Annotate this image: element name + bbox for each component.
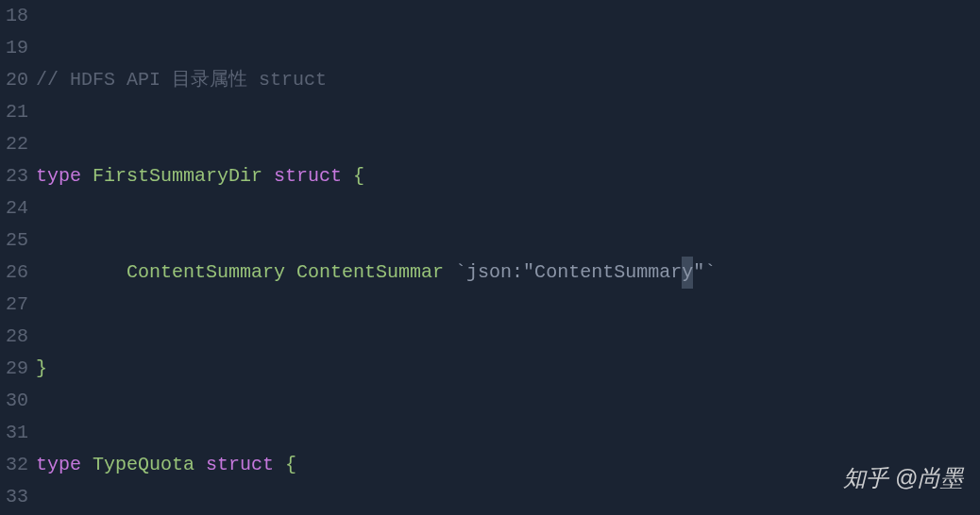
line-number: 29 xyxy=(0,353,28,385)
line-gutter: 18 19 20 21 22 23 24 25 26 27 28 29 30 3… xyxy=(0,0,36,515)
line-number: 30 xyxy=(0,385,28,417)
keyword-type: type xyxy=(36,160,81,192)
keyword-type: type xyxy=(36,449,81,481)
code-line: // HDFS API 目录属性 struct xyxy=(36,64,980,96)
line-number: 32 xyxy=(0,449,28,481)
line-number: 31 xyxy=(0,417,28,449)
line-number: 28 xyxy=(0,321,28,353)
line-number: 26 xyxy=(0,257,28,289)
line-number: 19 xyxy=(0,32,28,64)
keyword-struct: struct xyxy=(206,449,274,481)
field-name: ContentSummary xyxy=(127,257,285,289)
watermark-text: 知乎 @尚墨 xyxy=(843,459,963,498)
line-number: 23 xyxy=(0,160,28,192)
struct-tag: "` xyxy=(693,257,716,289)
type-name: FirstSummaryDir xyxy=(93,160,262,192)
line-number: 25 xyxy=(0,224,28,257)
open-brace: { xyxy=(285,449,296,481)
line-number: 18 xyxy=(0,0,28,32)
open-brace: { xyxy=(353,160,364,192)
line-number: 21 xyxy=(0,96,28,128)
indent xyxy=(36,257,127,289)
type-name: TypeQuota xyxy=(93,449,194,481)
code-line: type TypeQuota struct { xyxy=(36,449,980,481)
code-line: } xyxy=(36,353,980,385)
line-number: 27 xyxy=(0,289,28,321)
line-number: 24 xyxy=(0,192,28,224)
field-type: ContentSummar xyxy=(296,257,444,289)
text-cursor: y xyxy=(682,257,693,289)
keyword-struct: struct xyxy=(274,160,342,192)
code-area[interactable]: // HDFS API 目录属性 struct type FirstSummar… xyxy=(36,0,980,515)
struct-tag: `json:"ContentSummar xyxy=(455,257,682,289)
line-number: 20 xyxy=(0,64,28,96)
line-number: 22 xyxy=(0,128,28,160)
comment-text: // HDFS API 目录属性 struct xyxy=(36,64,327,96)
code-line: type FirstSummaryDir struct { xyxy=(36,160,980,192)
close-brace: } xyxy=(36,353,47,385)
code-editor[interactable]: 18 19 20 21 22 23 24 25 26 27 28 29 30 3… xyxy=(0,0,980,515)
code-line: ContentSummary ContentSummar `json:"Cont… xyxy=(36,257,980,289)
line-number: 33 xyxy=(0,481,28,513)
